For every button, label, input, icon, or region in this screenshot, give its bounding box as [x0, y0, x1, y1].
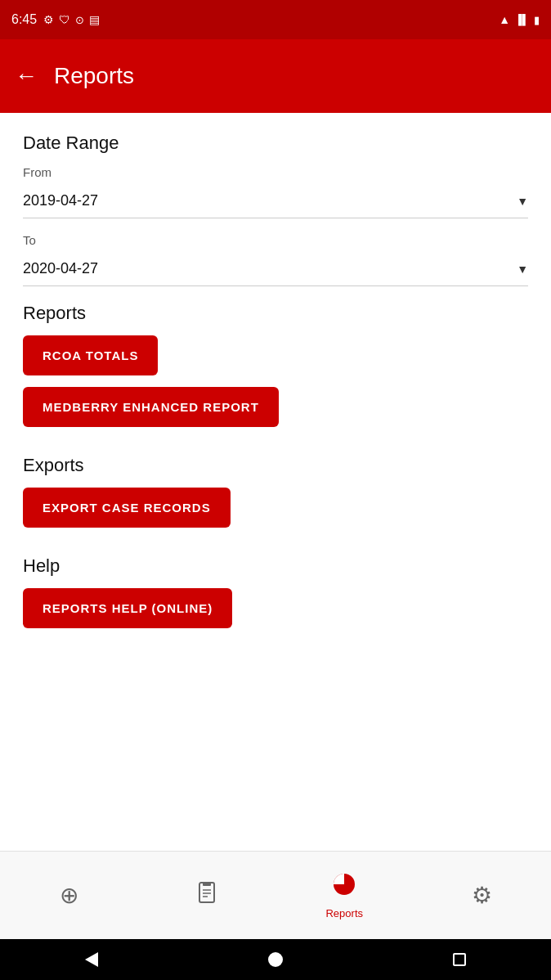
reports-help-button[interactable]: REPORTS HELP (ONLINE) — [23, 588, 232, 628]
help-buttons: REPORTS HELP (ONLINE) — [23, 588, 528, 640]
medberry-report-button[interactable]: MEDBERRY ENHANCED REPORT — [23, 387, 279, 427]
battery-icon: ▮ — [534, 14, 540, 26]
to-dropdown-wrapper: To 2020-04-27 ▼ — [23, 233, 528, 285]
status-bar-right: ▲ ▐▌ ▮ — [499, 13, 540, 26]
nav-reports-label: Reports — [325, 907, 363, 919]
exports-buttons: EXPORT CASE RECORDS — [23, 488, 528, 539]
from-dropdown[interactable]: 2019-04-27 ▼ — [23, 184, 528, 218]
to-label: To — [23, 233, 528, 247]
date-range-label: Date Range — [23, 133, 528, 154]
signal-icon: ▐▌ — [515, 14, 529, 25]
page-title: Reports — [54, 63, 134, 89]
reports-section: Reports RCOA TOTALS MEDBERRY ENHANCED RE… — [23, 303, 528, 438]
nav-item-add[interactable]: ⊕ — [0, 882, 138, 909]
nav-item-records[interactable] — [138, 881, 276, 910]
status-icons: ⚙ 🛡 ⊙ ▤ — [43, 13, 100, 26]
help-section-label: Help — [23, 555, 528, 577]
records-icon — [195, 881, 218, 910]
exports-section-label: Exports — [23, 455, 528, 476]
add-circle-icon: ⊕ — [60, 882, 78, 909]
from-divider — [23, 218, 528, 218]
help-section: Help REPORTS HELP (ONLINE) — [23, 555, 528, 640]
bottom-nav: ⊕ Reports ⚙ — [0, 851, 551, 939]
exports-section: Exports EXPORT CASE RECORDS — [23, 455, 528, 539]
status-bar-left: 6:45 ⚙ 🛡 ⊙ ▤ — [11, 12, 100, 27]
at-status-icon: ⊙ — [75, 14, 84, 26]
clipboard-status-icon: ▤ — [89, 13, 100, 26]
reports-section-label: Reports — [23, 303, 528, 324]
from-chevron-icon: ▼ — [517, 195, 528, 208]
home-circle-icon — [268, 952, 283, 967]
recent-square-icon — [453, 953, 466, 966]
android-recent-button[interactable] — [453, 953, 466, 966]
settings-status-icon: ⚙ — [43, 13, 54, 26]
reports-buttons: RCOA TOTALS MEDBERRY ENHANCED REPORT — [23, 335, 528, 438]
main-content: Date Range From 2019-04-27 ▼ To 2020-04-… — [0, 113, 551, 851]
to-divider — [23, 285, 528, 286]
reports-pie-icon — [332, 872, 356, 902]
from-label: From — [23, 165, 528, 179]
date-range-section: Date Range From 2019-04-27 ▼ To 2020-04-… — [23, 133, 528, 286]
app-bar: ← Reports — [0, 39, 551, 113]
back-button[interactable]: ← — [15, 63, 38, 89]
to-chevron-icon: ▼ — [517, 263, 528, 276]
rcoa-totals-button[interactable]: RCOA TOTALS — [23, 335, 158, 375]
wifi-icon: ▲ — [499, 13, 510, 26]
svg-rect-1 — [203, 882, 211, 886]
settings-nav-icon: ⚙ — [472, 882, 492, 909]
shield-status-icon: 🛡 — [59, 13, 70, 26]
export-case-records-button[interactable]: EXPORT CASE RECORDS — [23, 488, 231, 528]
from-dropdown-wrapper: From 2019-04-27 ▼ — [23, 165, 528, 218]
nav-item-settings[interactable]: ⚙ — [414, 882, 552, 909]
nav-item-reports[interactable]: Reports — [276, 872, 414, 919]
to-value: 2020-04-27 — [23, 260, 98, 277]
status-time: 6:45 — [11, 12, 37, 27]
status-bar: 6:45 ⚙ 🛡 ⊙ ▤ ▲ ▐▌ ▮ — [0, 0, 551, 39]
android-back-button[interactable] — [85, 952, 98, 967]
android-home-button[interactable] — [268, 952, 283, 967]
from-value: 2019-04-27 — [23, 192, 98, 209]
to-dropdown[interactable]: 2020-04-27 ▼ — [23, 252, 528, 285]
back-triangle-icon — [85, 952, 98, 967]
android-nav-bar — [0, 939, 551, 980]
